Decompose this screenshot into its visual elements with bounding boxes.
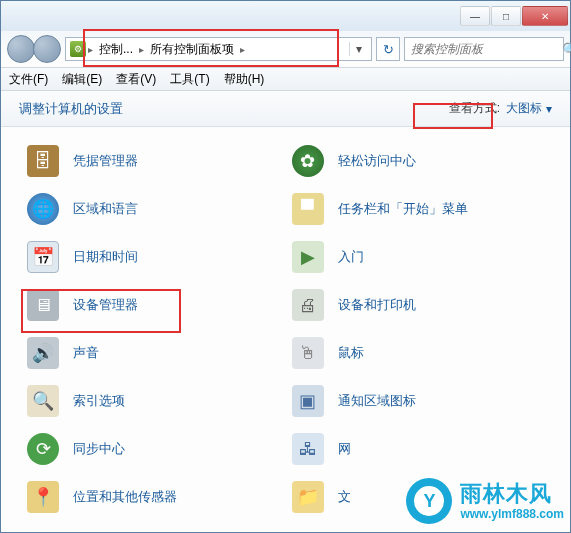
date-time-icon: 📅 [25, 239, 61, 275]
chevron-right-icon: ▸ [139, 44, 144, 55]
item-network[interactable]: 🖧网 [286, 425, 551, 473]
item-label: 索引选项 [73, 392, 125, 410]
item-sound[interactable]: 🔊声音 [21, 329, 286, 377]
search-icon[interactable]: 🔍 [562, 42, 571, 57]
forward-button[interactable] [33, 35, 61, 63]
chevron-right-icon: ▸ [88, 44, 93, 55]
mouse-icon: 🖱 [290, 335, 326, 371]
watermark: Y 雨林木风 www.ylmf888.com [406, 478, 564, 524]
item-location-sensors[interactable]: 📍位置和其他传感器 [21, 473, 286, 521]
item-label: 通知区域图标 [338, 392, 416, 410]
page-title: 调整计算机的设置 [19, 100, 123, 118]
minimize-button[interactable]: — [460, 6, 490, 26]
item-getting-started[interactable]: ▶入门 [286, 233, 551, 281]
menu-bar: 文件(F) 编辑(E) 查看(V) 工具(T) 帮助(H) [1, 67, 570, 91]
item-label: 网 [338, 440, 351, 458]
item-credential-manager[interactable]: 🗄凭据管理器 [21, 137, 286, 185]
sound-icon: 🔊 [25, 335, 61, 371]
menu-help[interactable]: 帮助(H) [224, 71, 265, 88]
notification-icons-icon: ▣ [290, 383, 326, 419]
titlebar: — □ ✕ [1, 1, 570, 31]
maximize-button[interactable]: □ [491, 6, 521, 26]
navigation-bar: ⚙ ▸ 控制... ▸ 所有控制面板项 ▸ ▾ ↻ 🔍 [1, 31, 570, 67]
view-by-label: 查看方式: [449, 100, 500, 117]
menu-edit[interactable]: 编辑(E) [62, 71, 102, 88]
item-taskbar-start-menu[interactable]: ▀任务栏和「开始」菜单 [286, 185, 551, 233]
network-icon: 🖧 [290, 431, 326, 467]
breadcrumb-seg-2[interactable]: 所有控制面板项 [146, 41, 238, 58]
item-mouse[interactable]: 🖱鼠标 [286, 329, 551, 377]
item-label: 日期和时间 [73, 248, 138, 266]
item-label: 轻松访问中心 [338, 152, 416, 170]
device-manager-icon: 🖥 [25, 287, 61, 323]
item-label: 文 [338, 488, 351, 506]
menu-tools[interactable]: 工具(T) [170, 71, 209, 88]
ease-of-access-icon: ✿ [290, 143, 326, 179]
item-label: 声音 [73, 344, 99, 362]
getting-started-icon: ▶ [290, 239, 326, 275]
menu-file[interactable]: 文件(F) [9, 71, 48, 88]
back-button[interactable] [7, 35, 35, 63]
watermark-logo: Y [406, 478, 452, 524]
item-label: 鼠标 [338, 344, 364, 362]
item-label: 同步中心 [73, 440, 125, 458]
toolbar: 调整计算机的设置 查看方式: 大图标 ▾ [1, 91, 570, 127]
item-label: 凭据管理器 [73, 152, 138, 170]
indexing-options-icon: 🔍 [25, 383, 61, 419]
item-label: 任务栏和「开始」菜单 [338, 200, 468, 218]
control-panel-window: — □ ✕ ⚙ ▸ 控制... ▸ 所有控制面板项 ▸ ▾ ↻ 🔍 文件(F) … [0, 0, 571, 533]
item-sync-center[interactable]: ⟳同步中心 [21, 425, 286, 473]
region-language-icon: 🌐 [25, 191, 61, 227]
item-label: 位置和其他传感器 [73, 488, 177, 506]
items-grid: 🗄凭据管理器✿轻松访问中心🌐区域和语言▀任务栏和「开始」菜单📅日期和时间▶入门🖥… [1, 127, 570, 533]
watermark-text: 雨林木风 [460, 481, 564, 507]
item-devices-printers[interactable]: 🖨设备和打印机 [286, 281, 551, 329]
item-region-language[interactable]: 🌐区域和语言 [21, 185, 286, 233]
item-label: 设备和打印机 [338, 296, 416, 314]
watermark-url: www.ylmf888.com [460, 507, 564, 521]
item-notification-icons[interactable]: ▣通知区域图标 [286, 377, 551, 425]
control-panel-icon: ⚙ [70, 41, 86, 57]
breadcrumb-seg-1[interactable]: 控制... [95, 41, 137, 58]
search-input[interactable] [411, 42, 562, 56]
refresh-button[interactable]: ↻ [376, 37, 400, 61]
close-button[interactable]: ✕ [522, 6, 568, 26]
devices-printers-icon: 🖨 [290, 287, 326, 323]
address-dropdown-icon[interactable]: ▾ [349, 42, 367, 56]
address-bar[interactable]: ⚙ ▸ 控制... ▸ 所有控制面板项 ▸ ▾ [65, 37, 372, 61]
taskbar-start-menu-icon: ▀ [290, 191, 326, 227]
credential-manager-icon: 🗄 [25, 143, 61, 179]
item-label: 区域和语言 [73, 200, 138, 218]
item-label: 入门 [338, 248, 364, 266]
item-indexing-options[interactable]: 🔍索引选项 [21, 377, 286, 425]
item-ease-of-access[interactable]: ✿轻松访问中心 [286, 137, 551, 185]
item-label: 设备管理器 [73, 296, 138, 314]
item-device-manager[interactable]: 🖥设备管理器 [21, 281, 286, 329]
chevron-right-icon: ▸ [240, 44, 245, 55]
location-sensors-icon: 📍 [25, 479, 61, 515]
chevron-down-icon: ▾ [546, 102, 552, 116]
search-bar[interactable]: 🔍 [404, 37, 564, 61]
file-cut-icon: 📁 [290, 479, 326, 515]
sync-center-icon: ⟳ [25, 431, 61, 467]
item-date-time[interactable]: 📅日期和时间 [21, 233, 286, 281]
view-by-dropdown[interactable]: 大图标 ▾ [506, 100, 552, 117]
view-by: 查看方式: 大图标 ▾ [449, 100, 552, 117]
menu-view[interactable]: 查看(V) [116, 71, 156, 88]
